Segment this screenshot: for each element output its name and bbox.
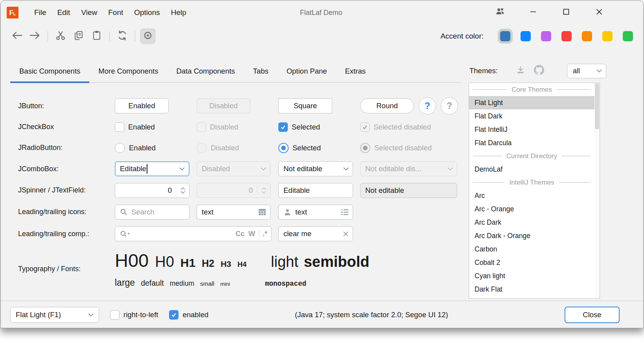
- checkbox-enabled[interactable]: Enabled: [115, 122, 155, 132]
- accent-swatch-yellow[interactable]: [602, 31, 613, 41]
- help-button[interactable]: ?: [419, 97, 436, 115]
- checkbox-selected[interactable]: Selected: [278, 122, 320, 132]
- theme-item-arc-dark-orange[interactable]: Arc Dark - Orange: [469, 229, 594, 242]
- magnifier-dropdown-icon[interactable]: [120, 230, 130, 238]
- medium-sample: medium: [170, 279, 194, 288]
- theme-item-carbon[interactable]: Carbon: [469, 242, 594, 256]
- copy-button[interactable]: [71, 28, 86, 44]
- combobox-not-editable[interactable]: Not editable: [278, 161, 353, 176]
- accent-swatch-blue[interactable]: [521, 31, 531, 41]
- close-button[interactable]: Close: [565, 307, 620, 323]
- match-case-toggle[interactable]: Cc: [236, 230, 245, 238]
- chevron-down-icon: [175, 167, 189, 171]
- radio-selected[interactable]: Selected: [278, 143, 321, 153]
- theme-item-cobalt-2[interactable]: Cobalt 2: [469, 256, 594, 269]
- spinner-buttons[interactable]: [176, 183, 189, 198]
- theme-item-arc-orange[interactable]: Arc - Orange: [469, 202, 594, 216]
- theme-item-arc[interactable]: Arc: [469, 189, 594, 202]
- search-field[interactable]: Search: [115, 205, 190, 220]
- menu-options[interactable]: Options: [129, 8, 165, 17]
- clearable-textfield[interactable]: clear me: [278, 226, 353, 241]
- combobox-editable[interactable]: Editable: [115, 161, 190, 176]
- theme-item-cyan-light[interactable]: Cyan light: [469, 269, 594, 283]
- h4-sample: H4: [237, 261, 247, 269]
- checkbox-selected-disabled: Selected disabled: [360, 122, 431, 132]
- cut-button[interactable]: [53, 28, 68, 44]
- laf-selector-combobox[interactable]: Flat Light (F1): [10, 307, 99, 323]
- menu-file[interactable]: File: [29, 8, 52, 17]
- list-icon[interactable]: [341, 209, 349, 216]
- theme-section-current-directory: Current Directory: [469, 150, 594, 163]
- menu-edit[interactable]: Edit: [52, 8, 76, 17]
- refresh-button[interactable]: [114, 28, 130, 44]
- table-icon[interactable]: [258, 209, 266, 216]
- accent-swatch-orange[interactable]: [582, 31, 592, 41]
- textfield-leading-trailing-icons[interactable]: text: [278, 205, 353, 220]
- scrollbar-thumb[interactable]: [595, 83, 599, 129]
- themes-icons: [516, 65, 544, 77]
- radio-enabled[interactable]: Enabled: [115, 143, 156, 153]
- typography-samples: H00 H0 H1 H2 H3 H4 light semibold large …: [115, 250, 370, 288]
- accent-swatch-red[interactable]: [561, 31, 572, 41]
- tab-tabs[interactable]: Tabs: [244, 60, 278, 82]
- theme-item-flat-intellij[interactable]: Flat IntelliJ: [469, 123, 594, 136]
- radio-selected-icon: [360, 143, 370, 153]
- enabled-button[interactable]: Enabled: [115, 98, 169, 113]
- tab-basic-components[interactable]: Basic Components: [10, 60, 89, 82]
- show-hidden-toggle-button[interactable]: [140, 28, 156, 44]
- forward-button[interactable]: [27, 28, 43, 44]
- back-button[interactable]: [9, 28, 25, 44]
- theme-item-dark-flat[interactable]: Dark Flat: [469, 283, 594, 296]
- chevron-down-icon: [443, 167, 457, 171]
- checkbox-checked-icon: [278, 122, 288, 132]
- regex-toggle[interactable]: .*: [263, 230, 267, 238]
- square-button[interactable]: Square: [278, 98, 332, 113]
- chevron-down-icon: [339, 167, 353, 171]
- tab-extras[interactable]: Extras: [336, 60, 375, 82]
- theme-item-flat-light[interactable]: Flat Light: [469, 96, 594, 109]
- tab-data-components[interactable]: Data Components: [167, 60, 244, 82]
- checkbox-checked-icon: [169, 310, 178, 320]
- tab-option-pane[interactable]: Option Pane: [278, 60, 336, 82]
- theme-item-flat-darcula[interactable]: Flat Darcula: [469, 136, 594, 150]
- menu-view[interactable]: View: [75, 8, 103, 17]
- menu-help[interactable]: Help: [166, 8, 192, 17]
- themes-scrollbar[interactable]: [594, 83, 600, 298]
- users-button[interactable]: [484, 1, 517, 24]
- theme-item-demolaf[interactable]: DemoLaf: [469, 163, 594, 176]
- textfield-trailing-icon[interactable]: text: [197, 205, 270, 220]
- jcombobox-label: JComboBox:: [18, 165, 115, 173]
- round-button[interactable]: Round: [360, 98, 414, 113]
- search-field-with-options[interactable]: Cc W .*: [115, 226, 272, 241]
- minimize-button[interactable]: [517, 1, 550, 24]
- theme-section-core-themes: Core Themes: [469, 83, 594, 96]
- download-icon[interactable]: [516, 65, 525, 76]
- tab-more-components[interactable]: More Components: [89, 60, 167, 82]
- theme-item-flat-dark[interactable]: Flat Dark: [469, 109, 594, 123]
- spinner-enabled[interactable]: 0: [115, 183, 190, 198]
- accent-color-area: Accent color:: [440, 25, 633, 47]
- enabled-checkbox[interactable]: enabled: [169, 310, 208, 320]
- close-window-button[interactable]: [583, 1, 616, 24]
- menu-font[interactable]: Font: [103, 8, 129, 17]
- divider: [259, 229, 259, 238]
- accent-swatch-steel-blue[interactable]: [500, 31, 510, 41]
- theme-item-arc-dark[interactable]: Arc Dark: [469, 216, 594, 229]
- github-icon[interactable]: [534, 65, 544, 77]
- clear-x-icon[interactable]: [343, 231, 349, 237]
- app-logo: FL: [7, 7, 18, 18]
- paste-button[interactable]: [89, 28, 105, 44]
- h1-sample: H1: [180, 256, 195, 270]
- maximize-button[interactable]: [550, 1, 583, 24]
- themes-filter-combobox[interactable]: all: [567, 64, 606, 78]
- accent-swatch-purple[interactable]: [541, 31, 551, 41]
- radio-unselected-icon: [197, 143, 207, 153]
- accent-swatch-green[interactable]: [623, 31, 633, 41]
- accent-color-label: Accent color:: [440, 32, 484, 41]
- right-to-left-checkbox[interactable]: right-to-left: [110, 310, 158, 320]
- search-placeholder: Search: [131, 208, 155, 216]
- textfield-editable[interactable]: Editable: [278, 183, 353, 198]
- semibold-sample: semibold: [304, 253, 370, 270]
- whole-word-toggle[interactable]: W: [248, 230, 255, 238]
- typography-headings: H00 H0 H1 H2 H3 H4 light semibold: [115, 250, 370, 271]
